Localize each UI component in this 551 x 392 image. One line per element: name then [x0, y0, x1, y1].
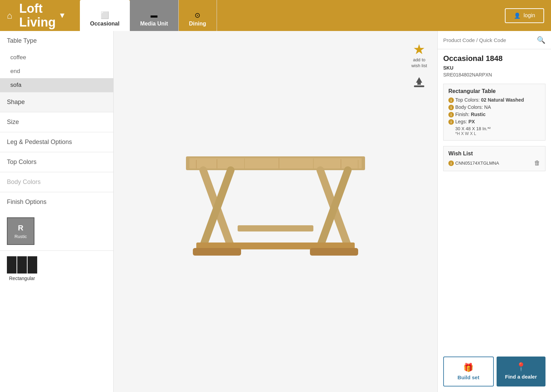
svg-rect-1 — [189, 158, 362, 168]
wishlist-star-button[interactable]: ★ add towish list — [411, 41, 427, 69]
info-icon-legs[interactable]: i — [448, 119, 454, 125]
svg-rect-9 — [238, 225, 313, 231]
finish-label: Finish: Rustic — [455, 112, 486, 117]
shape-rectangular-thumb[interactable]: Rectangular — [7, 256, 37, 281]
person-icon: 👤 — [514, 12, 521, 19]
config-finish: i Finish: Rustic — [448, 112, 540, 117]
shape-bars — [7, 256, 37, 274]
wishlist-label: add towish list — [411, 57, 427, 69]
brand-loft: LoftLiving — [19, 2, 56, 29]
action-icons: ★ add towish list — [411, 41, 427, 92]
nav-tabs: ⬜ Occasional ▬ Media Unit ⊙ Dining — [80, 0, 217, 31]
body-colors-label: Body Colors: NA — [455, 104, 491, 110]
sidebar-section-shape: Shape — [0, 92, 113, 112]
gift-icon: 🎁 — [463, 363, 474, 372]
main-layout: Table Type coffee end sofa Shape Size Le… — [0, 31, 551, 392]
config-box-title: Rectangular Table — [448, 88, 540, 94]
config-body-colors: i Body Colors: NA — [448, 104, 540, 110]
svg-marker-18 — [416, 77, 422, 85]
sku-label: SKU — [438, 64, 551, 71]
finish-options-area: R Rustic — [0, 212, 113, 250]
dining-icon: ⊙ — [195, 11, 200, 19]
svg-rect-8 — [310, 248, 358, 256]
tab-occasional-label: Occasional — [90, 21, 119, 27]
download-icon-svg — [413, 76, 426, 89]
finish-rustic-box[interactable]: R Rustic — [7, 217, 34, 245]
find-dealer-button[interactable]: 📍 Find a dealer — [497, 357, 546, 386]
info-icon-body-colors[interactable]: i — [448, 105, 454, 110]
download-button[interactable] — [413, 76, 426, 92]
leg-pedestal-heading[interactable]: Leg & Pedestal Options — [0, 132, 113, 152]
login-button[interactable]: 👤 login — [505, 8, 544, 23]
delete-wish-item-button[interactable]: 🗑 — [534, 159, 540, 167]
info-icon-finish[interactable]: i — [448, 112, 454, 117]
sidebar-section-table-type: Table Type coffee end sofa — [0, 31, 113, 92]
bottom-buttons: 🎁 Build set 📍 Find a dealer — [438, 351, 551, 392]
svg-rect-17 — [414, 85, 424, 87]
config-box: Rectangular Table i Top Colors: 02 Natur… — [443, 84, 545, 141]
info-icon-top-colors[interactable]: i — [448, 97, 454, 103]
media-unit-icon: ▬ — [150, 11, 157, 19]
brand-title: LoftLiving ▼ — [19, 2, 66, 29]
product-image-area — [114, 31, 437, 392]
top-colors-label: Top Colors: 02 Natural Washed — [455, 97, 524, 103]
build-set-button[interactable]: 🎁 Build set — [443, 357, 494, 386]
brand-caret-icon[interactable]: ▼ — [59, 11, 66, 20]
wish-list-item: i CNN05174XTGLMNA 🗑 — [448, 159, 540, 167]
body-colors-heading[interactable]: Body Colors — [0, 172, 113, 192]
search-icon[interactable]: 🔍 — [537, 36, 545, 44]
top-colors-heading[interactable]: Top Colors — [0, 152, 113, 172]
location-icon: 📍 — [516, 362, 526, 372]
home-icon[interactable]: ⌂ — [7, 10, 12, 21]
finish-name: Rustic — [14, 234, 27, 239]
product-image — [176, 129, 375, 294]
sidebar-item-sofa[interactable]: sofa — [0, 78, 113, 92]
wish-list-code: CNN05174XTGLMNA — [455, 161, 499, 166]
center-image-area: ★ add towish list — [114, 31, 437, 392]
tab-dining[interactable]: ⊙ Dining — [179, 0, 217, 31]
sidebar-section-body-colors: Body Colors — [0, 172, 113, 192]
tab-occasional[interactable]: ⬜ Occasional — [80, 0, 130, 31]
star-icon: ★ — [413, 41, 425, 57]
wish-list-title: Wish List — [448, 151, 540, 157]
sidebar-item-coffee[interactable]: coffee — [0, 51, 113, 64]
size-heading[interactable]: Size — [0, 112, 113, 132]
shape-heading[interactable]: Shape — [0, 92, 113, 112]
sidebar-item-end[interactable]: end — [0, 64, 113, 78]
table-type-heading[interactable]: Table Type — [0, 31, 113, 51]
svg-rect-7 — [193, 248, 241, 256]
search-bar: 🔍 — [438, 31, 551, 49]
sidebar-section-leg: Leg & Pedestal Options — [0, 132, 113, 152]
wish-list-box: Wish List i CNN05174XTGLMNA 🗑 — [443, 146, 545, 171]
shape-rectangular-label: Rectangular — [9, 276, 35, 281]
finish-letter: R — [18, 224, 23, 233]
config-legs: i Legs: PX — [448, 119, 540, 125]
wish-list-item-info: i CNN05174XTGLMNA — [448, 160, 499, 166]
sidebar-section-finish: Finish Options R Rustic — [0, 192, 113, 251]
config-dimensions: 30 X 48 X 18 In.*² — [448, 126, 540, 131]
legs-label: Legs: PX — [455, 119, 475, 124]
tab-media-unit-label: Media Unit — [140, 21, 168, 27]
info-icon-wishlist-item[interactable]: i — [448, 161, 454, 166]
sku-value: SRE0184802NARPXN — [438, 71, 551, 81]
sidebar-section-size: Size — [0, 112, 113, 132]
tab-media-unit[interactable]: ▬ Media Unit — [130, 0, 179, 31]
product-title: Occasional 1848 — [438, 49, 551, 64]
occasional-icon: ⬜ — [101, 11, 109, 19]
shape-thumbnails: Rectangular — [0, 251, 113, 288]
header: ⌂ LoftLiving ▼ ⬜ Occasional ▬ Media Unit… — [0, 0, 551, 31]
tab-dining-label: Dining — [189, 21, 206, 27]
search-input[interactable] — [443, 37, 534, 43]
config-top-colors: i Top Colors: 02 Natural Washed — [448, 97, 540, 103]
sidebar-section-top-colors: Top Colors — [0, 152, 113, 172]
right-panel: 🔍 Occasional 1848 SKU SRE0184802NARPXN R… — [437, 31, 551, 392]
sidebar: Table Type coffee end sofa Shape Size Le… — [0, 31, 114, 392]
finish-options-heading[interactable]: Finish Options — [0, 192, 113, 212]
config-note: *H X W X L — [448, 131, 540, 136]
